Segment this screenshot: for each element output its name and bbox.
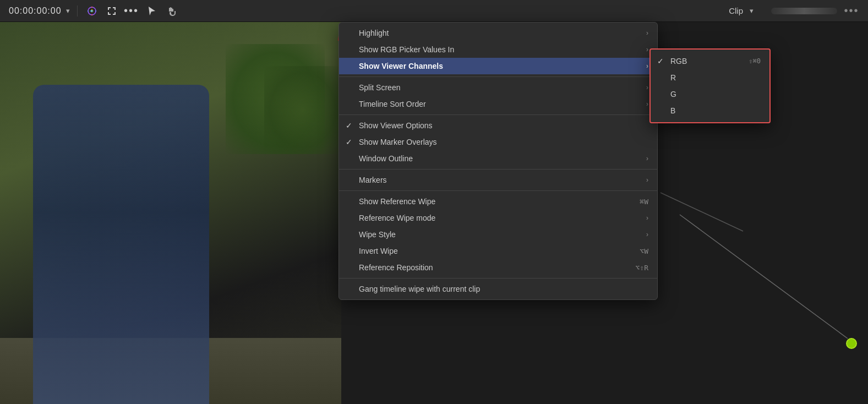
split-screen-arrow: › [646, 84, 648, 91]
submenu-item-b[interactable]: B [651, 102, 769, 119]
rgb-check: ✓ [657, 57, 664, 65]
wipe-style-arrow: › [646, 231, 648, 238]
viewer-channels-label: Show Viewer Channels [359, 62, 443, 70]
b-label: B [670, 106, 675, 115]
rgb-picker-label: Show RGB Picker Values In [359, 45, 454, 54]
menu-item-gang-timeline[interactable]: Gang timeline wipe with current clip [339, 281, 657, 297]
gang-timeline-label: Gang timeline wipe with current clip [359, 285, 480, 293]
menu-item-markers[interactable]: Markers › [339, 172, 657, 188]
timecode-dropdown-icon[interactable]: ▾ [66, 7, 70, 15]
r-label: R [670, 73, 676, 82]
highlight-arrow: › [646, 29, 648, 37]
show-ref-wipe-shortcut: ⌘W [640, 198, 648, 206]
marker-overlays-label: Show Marker Overlays [359, 138, 437, 146]
submenu-item-rgb[interactable]: ✓ RGB ⇧⌘0 [651, 53, 769, 69]
menu-item-highlight[interactable]: Highlight › [339, 25, 657, 41]
highlight-label: Highlight [359, 29, 389, 37]
separator-1 [339, 77, 657, 77]
menu-item-viewer-channels[interactable]: Show Viewer Channels › [339, 58, 657, 74]
video-foliage-2 [264, 66, 341, 154]
video-person [33, 85, 209, 404]
ref-reposition-label: Reference Reposition [359, 263, 433, 272]
markers-arrow: › [646, 176, 648, 184]
menu-item-window-outline[interactable]: Window Outline › [339, 150, 657, 167]
viewer-options-label: Show Viewer Options [359, 121, 433, 130]
svg-marker-6 [90, 10, 94, 12]
hand-icon[interactable] [163, 3, 179, 19]
node-output-green[interactable] [846, 338, 857, 349]
submenu-item-r[interactable]: R [651, 69, 769, 86]
submenu-item-g[interactable]: G [651, 86, 769, 102]
rgb-label: RGB [670, 57, 687, 65]
menu-item-invert-wipe[interactable]: Invert Wipe ⌥W [339, 243, 657, 259]
window-outline-label: Window Outline [359, 154, 413, 163]
menu-item-timeline-sort[interactable]: Timeline Sort Order › [339, 96, 657, 112]
toolbar-divider-1 [77, 6, 78, 17]
markers-label: Markers [359, 176, 387, 184]
cursor-icon[interactable] [144, 3, 159, 19]
separator-2 [339, 114, 657, 115]
sparkle-icon[interactable] [84, 3, 100, 19]
separator-4 [339, 190, 657, 191]
viewer-channels-submenu: ✓ RGB ⇧⌘0 R G B [649, 48, 771, 123]
ref-wipe-mode-arrow: › [646, 214, 648, 222]
toolbar-more-icon[interactable]: ••• [844, 3, 859, 19]
ref-wipe-mode-label: Reference Wipe mode [359, 214, 435, 222]
clip-dropdown-icon[interactable]: ▾ [750, 7, 754, 15]
split-screen-label: Split Screen [359, 83, 400, 92]
timeline-sort-label: Timeline Sort Order [359, 100, 426, 108]
rgb-shortcut: ⇧⌘0 [749, 57, 761, 65]
menu-item-ref-reposition[interactable]: Reference Reposition ⌥⇧R [339, 259, 657, 276]
slider-control[interactable] [771, 8, 837, 14]
separator-5 [339, 278, 657, 279]
more-options-icon[interactable]: ••• [124, 3, 139, 19]
marker-overlays-check: ✓ [346, 138, 352, 146]
show-ref-wipe-label: Show Reference Wipe [359, 197, 435, 206]
menu-item-split-screen[interactable]: Split Screen › [339, 79, 657, 96]
timecode-value: 00:00:00:00 [9, 6, 62, 16]
timeline-sort-arrow: › [646, 100, 648, 108]
timecode-display[interactable]: 00:00:00:00 ▾ [9, 6, 70, 16]
viewer-channels-arrow: › [646, 62, 648, 70]
ref-reposition-shortcut: ⌥⇧R [636, 264, 648, 272]
fullscreen-icon[interactable] [104, 3, 119, 19]
window-outline-arrow: › [646, 155, 648, 162]
clip-label[interactable]: Clip [729, 6, 743, 15]
g-label: G [670, 90, 676, 99]
toolbar: 00:00:00:00 ▾ ••• Clip ▾ ••• [0, 0, 868, 22]
separator-3 [339, 169, 657, 170]
viewer-options-check: ✓ [346, 121, 352, 130]
menu-item-show-ref-wipe[interactable]: Show Reference Wipe ⌘W [339, 193, 657, 210]
video-preview [0, 22, 341, 404]
invert-wipe-label: Invert Wipe [359, 247, 398, 255]
rgb-picker-arrow: › [646, 46, 648, 53]
menu-item-ref-wipe-mode[interactable]: Reference Wipe mode › [339, 210, 657, 226]
menu-item-wipe-style[interactable]: Wipe Style › [339, 226, 657, 243]
wipe-style-label: Wipe Style [359, 230, 396, 239]
menu-item-viewer-options[interactable]: ✓ Show Viewer Options [339, 117, 657, 134]
menu-item-rgb-picker[interactable]: Show RGB Picker Values In › [339, 41, 657, 58]
viewer-dropdown-menu: Highlight › Show RGB Picker Values In › … [339, 22, 658, 300]
menu-item-marker-overlays[interactable]: ✓ Show Marker Overlays [339, 134, 657, 150]
invert-wipe-shortcut: ⌥W [640, 247, 648, 255]
